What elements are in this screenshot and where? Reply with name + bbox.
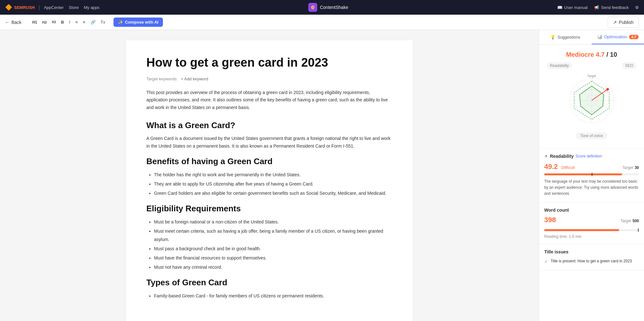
h3-button[interactable]: H3 bbox=[50, 19, 58, 25]
topbar-center: 🎯 ContentShake bbox=[308, 3, 348, 12]
article-h2-3: Eligibility Requirements bbox=[146, 204, 392, 214]
h2-button[interactable]: H2 bbox=[40, 19, 48, 26]
tone-badge: Tone of voice bbox=[544, 132, 639, 139]
publish-label: Publish bbox=[619, 20, 633, 25]
editor-content[interactable]: How to get a green card in 2023 Target k… bbox=[126, 40, 413, 321]
target-keywords-row: Target keywords: + Add keyword bbox=[146, 77, 392, 81]
format-buttons: H1 H2 H3 B I ≡ ≡ 🔗 Tx bbox=[30, 18, 107, 26]
back-label: Back bbox=[11, 20, 21, 25]
suggestions-icon: 💡 bbox=[550, 35, 555, 40]
list-item: They are able to apply for US citizenshi… bbox=[154, 180, 392, 188]
list-item: Family-based Green Card - for family mem… bbox=[154, 292, 392, 300]
readability-chevron[interactable]: ▼ bbox=[544, 154, 548, 158]
right-panel: 💡 Suggestions 📊 Optimization 4.7 Mediocr… bbox=[539, 30, 644, 321]
app-name: ContentShake bbox=[320, 5, 348, 10]
user-manual-icon: 📖 bbox=[557, 5, 562, 10]
suggestions-tab-label: Suggestions bbox=[557, 35, 580, 40]
feedback-icon: 📢 bbox=[594, 5, 599, 10]
app-icon: 🎯 bbox=[308, 3, 317, 12]
optimization-badge: 4.7 bbox=[629, 35, 638, 39]
my-apps-link[interactable]: My apps bbox=[84, 5, 99, 10]
list-item: Must have the financial resources to sup… bbox=[154, 254, 392, 262]
back-button[interactable]: ← Back bbox=[5, 20, 21, 25]
semrush-logo: 🔶 SEMRUSH bbox=[5, 4, 35, 11]
editor-area[interactable]: How to get a green card in 2023 Target k… bbox=[0, 30, 539, 321]
h1-button[interactable]: H1 bbox=[30, 19, 39, 26]
seo-label: SEO bbox=[622, 62, 636, 69]
readability-difficulty-label: Difficult bbox=[561, 165, 574, 170]
title-issue-item: ✓ Title is present: How to get a green c… bbox=[544, 258, 639, 265]
score-max: / 10 bbox=[606, 51, 617, 58]
semrush-label: SEMRUSH bbox=[14, 5, 35, 10]
topbar-left: 🔶 SEMRUSH | AppCenter Store My apps bbox=[5, 4, 99, 11]
word-count-target-marker bbox=[638, 229, 639, 232]
svg-point-11 bbox=[606, 88, 609, 91]
readability-score-row: 49.2 Difficult Target 30 bbox=[544, 163, 639, 171]
readability-progress-fill bbox=[544, 173, 622, 175]
publish-button[interactable]: ↗ Publish bbox=[608, 17, 639, 28]
main-layout: How to get a green card in 2023 Target k… bbox=[0, 30, 644, 321]
tab-suggestions[interactable]: 💡 Suggestions bbox=[539, 30, 592, 44]
reading-time: Reading time: 1.6 min bbox=[544, 234, 639, 239]
section-title-row: ▼ Readability Score definition bbox=[544, 154, 602, 159]
score-mediocre-label: Mediocre bbox=[566, 51, 594, 58]
title-issues-section: Title issues ✓ Title is present: How to … bbox=[539, 244, 644, 270]
article-h2-2: Benefits of having a Green Card bbox=[146, 157, 392, 166]
word-count-section: Word count 398 Target 500 Reading time: … bbox=[539, 202, 644, 244]
article-h2-1: What is a Green Card? bbox=[146, 120, 392, 130]
svg-text:Target: Target bbox=[587, 74, 596, 78]
word-count-target-value: 500 bbox=[633, 219, 639, 223]
add-keyword-button[interactable]: + Add keyword bbox=[181, 77, 208, 81]
send-feedback-button[interactable]: 📢 Send feedback bbox=[594, 5, 629, 10]
target-keywords-label: Target keywords: bbox=[146, 77, 178, 81]
user-manual-button[interactable]: 📖 User manual bbox=[557, 5, 588, 10]
topbar-right: 📖 User manual 📢 Send feedback ⚙ bbox=[557, 5, 639, 10]
italic-button[interactable]: I bbox=[67, 18, 72, 26]
link-button[interactable]: 🔗 bbox=[89, 18, 98, 26]
word-count-score-row: 398 Target 500 bbox=[544, 216, 639, 227]
benefits-list: The holder has the right to work and liv… bbox=[146, 171, 392, 198]
word-count-value: 398 bbox=[544, 216, 556, 224]
readability-description: The language of your text may be conside… bbox=[544, 179, 639, 197]
types-list: Family-based Green Card - for family mem… bbox=[146, 292, 392, 300]
settings-button[interactable]: ⚙ bbox=[635, 5, 639, 10]
radar-chart: Target bbox=[563, 72, 620, 129]
store-link[interactable]: Store bbox=[69, 5, 79, 10]
readability-score-group: 49.2 Difficult bbox=[544, 163, 575, 171]
tone-label: Tone of voice bbox=[576, 132, 607, 139]
readability-target-value: 30 bbox=[635, 165, 639, 170]
readability-label: Readability bbox=[547, 62, 572, 69]
user-manual-label: User manual bbox=[564, 5, 588, 10]
word-count-target-group: Target 500 bbox=[620, 218, 639, 223]
score-title: Mediocre 4.7 / 10 bbox=[544, 51, 639, 58]
back-icon: ← bbox=[5, 20, 10, 25]
readability-target-marker bbox=[592, 173, 592, 176]
title-issue-text: Title is present: How to get a green car… bbox=[551, 258, 632, 264]
panel-tabs: 💡 Suggestions 📊 Optimization 4.7 bbox=[539, 30, 644, 45]
readability-section: ▼ Readability Score definition 49.2 Diff… bbox=[539, 149, 644, 202]
article-intro: This post provides an overview of the pr… bbox=[146, 89, 392, 112]
radar-labels: Readability SEO bbox=[544, 62, 639, 69]
bold-button[interactable]: B bbox=[59, 18, 66, 26]
compose-ai-button[interactable]: ✨ Compose with AI bbox=[113, 18, 163, 27]
article-title: How to get a green card in 2023 bbox=[146, 55, 392, 70]
list-item: Green Card holders are also eligible for… bbox=[154, 189, 392, 197]
score-definition-link[interactable]: Score definition bbox=[576, 154, 602, 158]
publish-icon: ↗ bbox=[613, 20, 617, 25]
readability-score-value: 49.2 bbox=[544, 163, 558, 171]
compose-ai-label: Compose with AI bbox=[125, 20, 158, 25]
tab-optimization[interactable]: 📊 Optimization 4.7 bbox=[592, 30, 644, 44]
title-issues-label: Title issues bbox=[544, 249, 639, 254]
readability-target-group: Target 30 bbox=[623, 164, 639, 170]
text-format-button[interactable]: Tx bbox=[99, 18, 107, 26]
optimization-icon: 📊 bbox=[597, 34, 602, 39]
readability-progress-bar bbox=[544, 173, 639, 175]
word-count-progress-fill bbox=[544, 229, 619, 231]
unordered-list-button[interactable]: ≡ bbox=[81, 18, 87, 26]
word-count-label: Word count bbox=[544, 208, 639, 213]
check-icon: ✓ bbox=[544, 258, 548, 265]
compose-ai-icon: ✨ bbox=[118, 20, 123, 25]
optimization-tab-label: Optimization bbox=[604, 34, 627, 39]
ordered-list-button[interactable]: ≡ bbox=[73, 18, 80, 26]
readability-section-title: Readability bbox=[550, 154, 574, 159]
